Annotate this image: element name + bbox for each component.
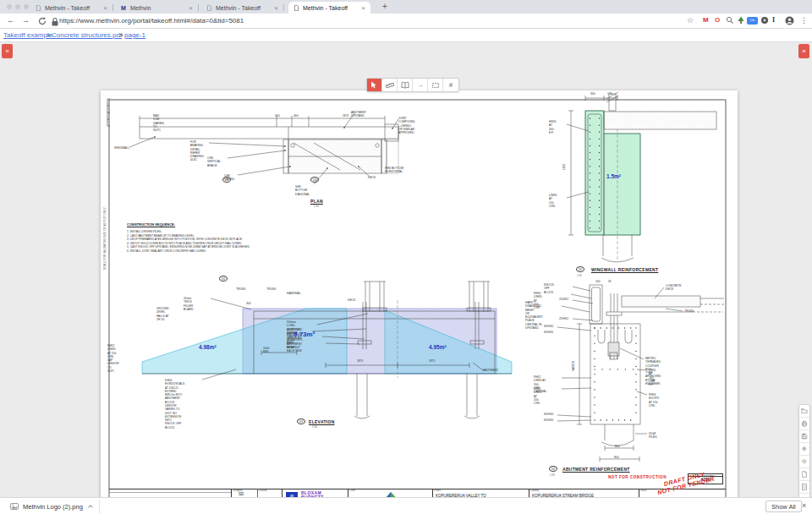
drawing-label: GROUND LEVEL FALLS AT 2H:1V. <box>156 307 169 321</box>
browser-tab-1[interactable]: Methvin - Takeoff × <box>30 2 112 14</box>
measure-area-tool-button[interactable] <box>398 79 413 91</box>
rectangle-tool-button[interactable] <box>428 79 443 91</box>
drawing-label: LINKS AT 150 CRS. <box>549 194 557 208</box>
reload-button[interactable] <box>37 16 47 26</box>
info-extension-icon[interactable]: I <box>772 16 775 24</box>
drawing-label: VARIES <box>572 361 575 371</box>
window-controls[interactable] <box>7 4 29 9</box>
drawing-label: CONCRETE DECK. <box>666 284 682 292</box>
forward-button[interactable]: → <box>22 16 32 26</box>
drawing-label: 6/DH20 <box>544 418 553 422</box>
drawing-label: ABUTMENT REINFORCEMENT <box>562 467 630 473</box>
minimize-window-button[interactable] <box>15 4 20 9</box>
breadcrumb-separator: > <box>119 31 123 39</box>
zoom-out-button[interactable]: ⊖ <box>799 456 809 468</box>
tab-close-icon[interactable]: × <box>189 4 193 12</box>
save-button[interactable] <box>799 430 809 443</box>
tree-extension-icon[interactable] <box>737 16 745 25</box>
tab-close-icon[interactable]: × <box>361 4 365 12</box>
save-icon <box>801 433 808 440</box>
drawing-label: PLAN <box>310 199 323 205</box>
close-window-button[interactable] <box>7 4 12 9</box>
cursor-icon <box>370 81 378 89</box>
tab-close-icon[interactable]: × <box>103 4 107 12</box>
new-tab-button[interactable]: + <box>382 2 387 11</box>
drawing-label: TRUSS. <box>266 287 277 291</box>
breadcrumb: Takeoff example > Concrete structures.pd… <box>0 29 812 42</box>
drawing-label: 200 <box>595 280 601 283</box>
zoom-in-button[interactable]: ⊕ <box>799 443 809 456</box>
browser-menu-icon[interactable]: ⋮ <box>800 16 808 25</box>
drawing-sheet[interactable]: MAX 3.5M (VARIES TO SUIT)3004001875WINGW… <box>101 90 738 514</box>
drawing-label: 1875 <box>343 114 348 118</box>
breadcrumb-takeoff-example[interactable]: Takeoff example <box>3 31 52 39</box>
drawing-label: HARD DRAWN 665 MESH OR EQUIVALENT. PLACE… <box>525 301 543 330</box>
measure-length-tool-button[interactable] <box>382 79 398 91</box>
drawing-label: 203 <box>310 177 319 183</box>
download-item[interactable]: Methvin Logo (2).png <box>5 500 100 513</box>
drawing-label: RH16 HOOPS AT 150 CRS. <box>649 393 659 407</box>
chevron-up-icon[interactable] <box>87 503 94 510</box>
back-button[interactable]: ← <box>7 16 17 26</box>
drawing-label: 9.73m² <box>294 331 315 339</box>
bookmark-star-icon[interactable]: ☆ <box>687 16 694 25</box>
show-all-button[interactable]: Show All <box>765 500 802 512</box>
download-bar: Methvin Logo (2).png Show All × <box>0 497 812 514</box>
profile-avatar[interactable] <box>785 16 794 25</box>
abutment-linework <box>557 285 724 462</box>
search-extension-icon[interactable] <box>726 16 734 25</box>
drawing-label: ELEVATION <box>309 419 335 425</box>
count-tool-button[interactable]: # <box>443 79 458 91</box>
tab-close-icon[interactable]: × <box>274 4 278 12</box>
browser-nav-bar: ← → https://www.methvin.org/portal/takeo… <box>0 14 812 29</box>
page-icon <box>206 5 212 11</box>
drawing-label: 6/DH20 <box>544 331 553 334</box>
download-bar-close-icon[interactable]: × <box>802 501 806 510</box>
open-folder-button[interactable] <box>799 405 809 418</box>
report-page-button[interactable] <box>799 481 809 494</box>
drawing-label: TRUSS. <box>684 309 694 313</box>
select-tool-button[interactable] <box>367 79 382 91</box>
drawing-label: 1000 MIN. <box>263 347 269 354</box>
drawing-label: JOINT COMPOUND—DENSO OR SIMILAR APPROVED… <box>398 117 415 134</box>
lite-extension-icon[interactable]: Lite <box>747 17 758 25</box>
maximize-window-button[interactable] <box>24 4 29 9</box>
takeoff-canvas[interactable]: MAX 3.5M (VARIES TO SUIT)3004001875WINGW… <box>0 42 812 497</box>
drawing-label: RHS BOTTOM HORIZONTAL. <box>385 167 403 174</box>
folder-icon <box>801 407 808 414</box>
gmail-extension-icon[interactable]: M <box>703 16 709 24</box>
drawing-label: 610Ø PILES. <box>649 432 657 440</box>
drawing-label: NOT FOR CONSTRUCTION <box>608 475 667 480</box>
browser-tab-2[interactable]: M Methvin × <box>116 2 198 14</box>
next-page-button[interactable]: « <box>798 44 809 58</box>
arrow-tool-button[interactable]: → <box>413 79 428 91</box>
breadcrumb-document[interactable]: Concrete structures.pdf <box>52 31 122 39</box>
designed-value: SD <box>239 492 244 497</box>
drawing-label: 201 <box>219 276 228 282</box>
opera-extension-icon[interactable]: O <box>715 16 720 24</box>
book-icon <box>401 81 409 90</box>
drawing-label: 1875 <box>429 359 435 363</box>
drawing-label: 1875 <box>562 164 566 170</box>
download-filename: Methvin Logo (2).png <box>23 503 83 511</box>
dark-extension-icon[interactable] <box>760 16 769 25</box>
drawing-label: DECK. <box>368 176 376 179</box>
drawing-label: DH20 HORIZONTALS AT 200C/C. EXTEND MIN 1… <box>165 379 184 429</box>
export-page-button[interactable] <box>799 468 809 481</box>
drawing-label: 202 <box>549 466 557 472</box>
prev-page-button[interactable]: » <box>2 44 13 58</box>
drawing-label: KNOCK-OFF BLOCK. <box>544 283 555 294</box>
drawing-label: 800 <box>614 456 619 459</box>
browser-tab-4-active[interactable]: Methvin - Takeoff × <box>288 2 370 14</box>
drawing-label: 1:50 <box>312 426 317 429</box>
url-field[interactable]: https://www.methvin.org/portal/takeoff.h… <box>59 17 244 25</box>
print-icon <box>801 420 808 427</box>
construction-sequence-heading: CONSTRUCTION SEQUENCE: <box>127 222 250 227</box>
tab-title: Methvin - Takeoff <box>216 5 271 11</box>
browser-tab-3[interactable]: Methvin - Takeoff × <box>201 2 283 14</box>
list-item: 6. INSTALL JOINT SEALANT ONCE CONCRETE H… <box>127 249 250 254</box>
drawing-label: 6/DH20 <box>544 413 553 416</box>
takeoff-toolbar: → # <box>366 78 459 92</box>
breadcrumb-page[interactable]: page-1 <box>124 31 145 39</box>
print-button[interactable] <box>799 418 809 430</box>
